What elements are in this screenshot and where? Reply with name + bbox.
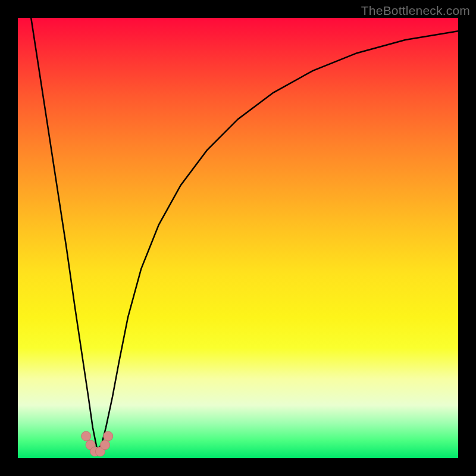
watermark-text: TheBottleneck.com bbox=[361, 4, 470, 18]
curve-marker bbox=[104, 431, 113, 441]
chart-frame: TheBottleneck.com bbox=[0, 0, 476, 476]
curve-marker bbox=[101, 440, 110, 450]
chart-plot-area bbox=[18, 18, 458, 458]
curve-marker bbox=[82, 431, 91, 441]
curve-markers bbox=[82, 431, 113, 456]
bottleneck-curve-svg bbox=[18, 18, 458, 458]
bottleneck-curve-path bbox=[31, 18, 458, 449]
